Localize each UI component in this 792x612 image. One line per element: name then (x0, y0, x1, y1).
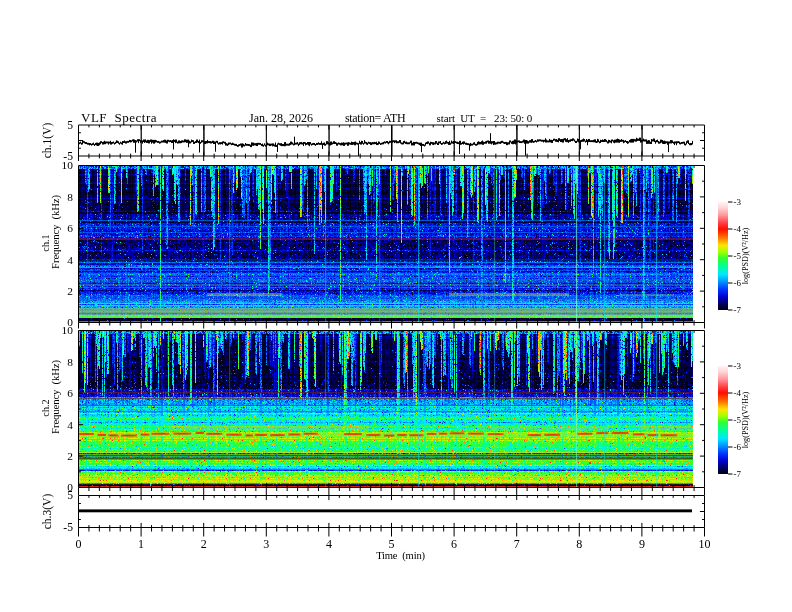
svg-text:0: 0 (67, 316, 73, 328)
svg-text:2: 2 (201, 537, 207, 551)
svg-text:start UT = 23: 50: 0: start UT = 23: 50: 0 (437, 112, 533, 124)
svg-text:5: 5 (67, 119, 73, 132)
svg-text:1: 1 (138, 537, 144, 551)
svg-text:8: 8 (67, 191, 73, 203)
svg-text:log(PSD)(V²/Hz): log(PSD)(V²/Hz) (741, 227, 750, 284)
svg-text:ch.1(V): ch.1(V) (41, 123, 54, 159)
svg-text:6: 6 (67, 222, 73, 234)
svg-text:0: 0 (76, 537, 82, 551)
svg-text:ch.3(V): ch.3(V) (41, 494, 54, 530)
svg-text:Jan. 28, 2026: Jan. 28, 2026 (249, 111, 313, 125)
svg-text:5: 5 (67, 489, 73, 502)
svg-text:-3: -3 (734, 197, 742, 207)
svg-text:10: 10 (699, 537, 711, 551)
svg-text:Frequency (kHz): Frequency (kHz) (49, 360, 62, 434)
svg-text:-5: -5 (63, 521, 73, 534)
svg-text:8: 8 (67, 356, 73, 368)
svg-text:4: 4 (67, 254, 73, 266)
svg-text:Time (min): Time (min) (376, 550, 425, 562)
svg-text:-3: -3 (734, 361, 742, 371)
svg-text:6: 6 (451, 537, 457, 551)
svg-text:VLF Spectra: VLF Spectra (81, 110, 157, 125)
svg-text:-7: -7 (734, 469, 742, 479)
svg-text:10: 10 (62, 159, 74, 171)
svg-text:8: 8 (576, 537, 582, 551)
svg-text:-7: -7 (734, 305, 742, 315)
svg-text:9: 9 (639, 537, 645, 551)
svg-text:log(PSD)(V²/Hz): log(PSD)(V²/Hz) (741, 391, 750, 448)
svg-text:2: 2 (67, 285, 73, 297)
svg-text:3: 3 (263, 537, 269, 551)
svg-text:6: 6 (67, 387, 73, 399)
svg-text:station= ATH: station= ATH (345, 111, 406, 125)
svg-text:Frequency (kHz): Frequency (kHz) (49, 195, 62, 269)
svg-text:4: 4 (326, 537, 332, 551)
svg-text:7: 7 (514, 537, 520, 551)
svg-text:4: 4 (67, 419, 73, 431)
svg-text:2: 2 (67, 450, 73, 462)
